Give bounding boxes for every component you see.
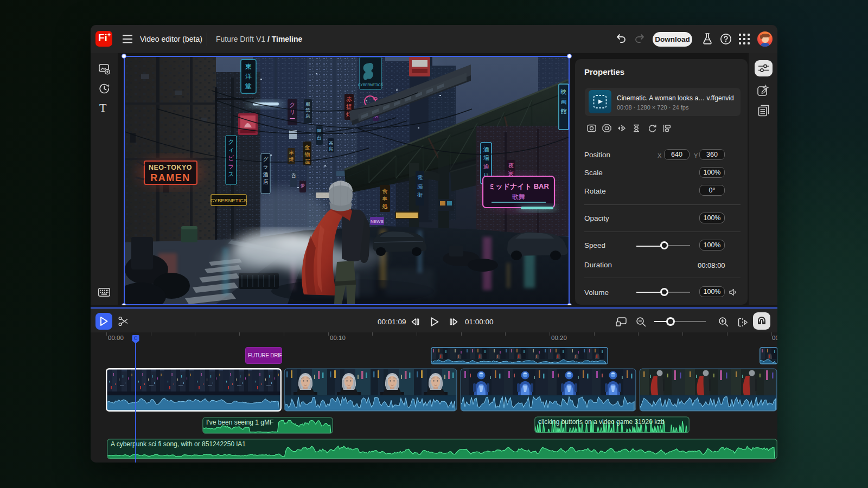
- svg-text:clicking buttons on a video ga: clicking buttons on a video game 31920 k…: [538, 418, 665, 426]
- svg-text:A cyberpunk sci fi song, with: A cyberpunk sci fi song, with or 8512422…: [111, 440, 246, 448]
- svg-text:I've been seeing 1 gMF: I've been seeing 1 gMF: [206, 419, 273, 426]
